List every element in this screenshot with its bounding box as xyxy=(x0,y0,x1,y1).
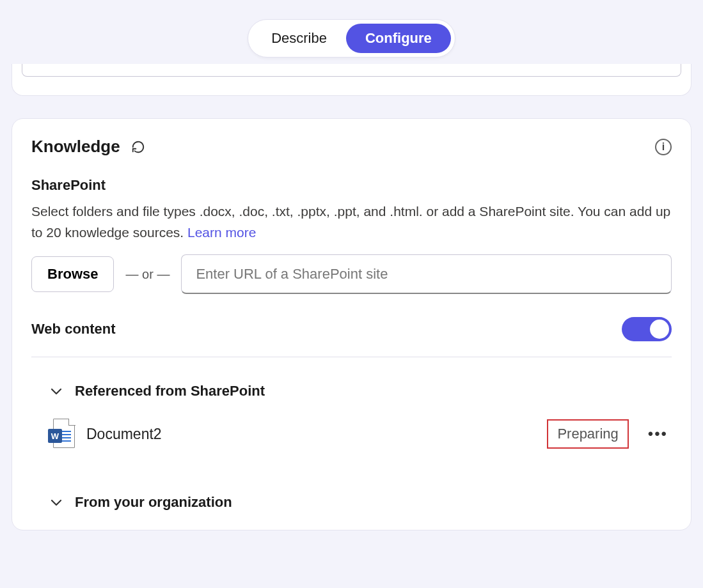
section-referenced-label: Referenced from SharePoint xyxy=(75,383,265,399)
section-from-organization[interactable]: From your organization xyxy=(31,494,672,511)
document-status-badge: Preparing xyxy=(547,419,628,449)
or-separator: — or — xyxy=(125,267,170,282)
knowledge-card: Knowledge i SharePoint Select folders an… xyxy=(12,118,691,530)
previous-card-bottom xyxy=(12,64,691,96)
chevron-down-icon xyxy=(49,498,63,507)
web-content-label: Web content xyxy=(31,321,116,337)
tab-describe[interactable]: Describe xyxy=(252,24,346,53)
info-icon[interactable]: i xyxy=(655,139,672,155)
previous-input-bottom-edge xyxy=(22,64,681,77)
divider xyxy=(31,357,672,357)
browse-button[interactable]: Browse xyxy=(31,256,114,292)
tab-configure[interactable]: Configure xyxy=(346,24,451,53)
document-row: W Document2 Preparing ••• xyxy=(49,419,672,449)
web-content-toggle[interactable] xyxy=(622,317,672,341)
mode-segmented-control: Describe Configure xyxy=(248,19,455,58)
sharepoint-heading: SharePoint xyxy=(31,177,672,194)
sharepoint-url-input[interactable] xyxy=(181,254,672,294)
section-referenced-sharepoint[interactable]: Referenced from SharePoint xyxy=(31,383,672,399)
sharepoint-description: Select folders and file types .docx, .do… xyxy=(31,201,672,243)
document-name: Document2 xyxy=(86,426,162,443)
section-title-knowledge: Knowledge xyxy=(31,137,120,157)
more-options-icon[interactable]: ••• xyxy=(644,422,672,445)
chevron-down-icon xyxy=(49,387,63,396)
learn-more-link[interactable]: Learn more xyxy=(187,225,256,240)
refresh-icon[interactable] xyxy=(130,139,146,155)
word-document-icon: W xyxy=(49,419,75,449)
section-from-organization-label: From your organization xyxy=(75,494,232,511)
